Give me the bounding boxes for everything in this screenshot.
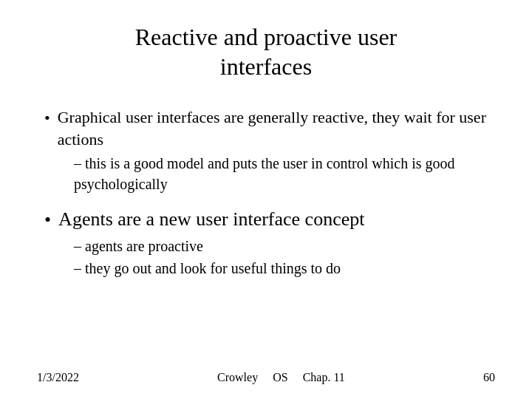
footer-page: 60 [483, 371, 495, 384]
footer-date: 1/3/2022 [37, 371, 79, 384]
title-line2: interfaces [220, 53, 312, 80]
sub-bullet-2-1: – agents are proactive [74, 236, 495, 256]
sub-bullets-2: – agents are proactive – they go out and… [74, 236, 495, 279]
footer-chapter: Chap. 11 [303, 371, 345, 384]
content-area: • Graphical user interfaces are generall… [37, 106, 495, 364]
footer-author: Crowley [217, 371, 258, 384]
title-line1: Reactive and proactive user [135, 24, 398, 50]
bullet-text-1: Graphical user interfaces are generally … [58, 106, 495, 150]
bullet-item-2: • Agents are a new user interface concep… [44, 206, 495, 279]
slide-title: Reactive and proactive user interfaces [37, 22, 495, 81]
bullet-main-2: • Agents are a new user interface concep… [44, 206, 495, 233]
bullet-dot-2: • [44, 207, 51, 233]
bullet-dot-1: • [44, 107, 50, 129]
footer-center: Crowley OS Chap. 11 [217, 371, 345, 384]
sub-bullet-1-1: – this is a good model and puts the user… [74, 153, 495, 194]
footer-course: OS [273, 371, 287, 384]
footer: 1/3/2022 Crowley OS Chap. 11 60 [37, 364, 495, 384]
bullet-item-1: • Graphical user interfaces are generall… [44, 106, 495, 194]
sub-bullets-1: – this is a good model and puts the user… [74, 153, 495, 194]
slide: Reactive and proactive user interfaces •… [0, 0, 532, 399]
sub-bullet-2-2: – they go out and look for useful things… [74, 258, 495, 279]
bullet-main-1: • Graphical user interfaces are generall… [44, 106, 495, 150]
title-area: Reactive and proactive user interfaces [37, 22, 495, 89]
bullet-text-2: Agents are a new user interface concept [58, 206, 364, 232]
